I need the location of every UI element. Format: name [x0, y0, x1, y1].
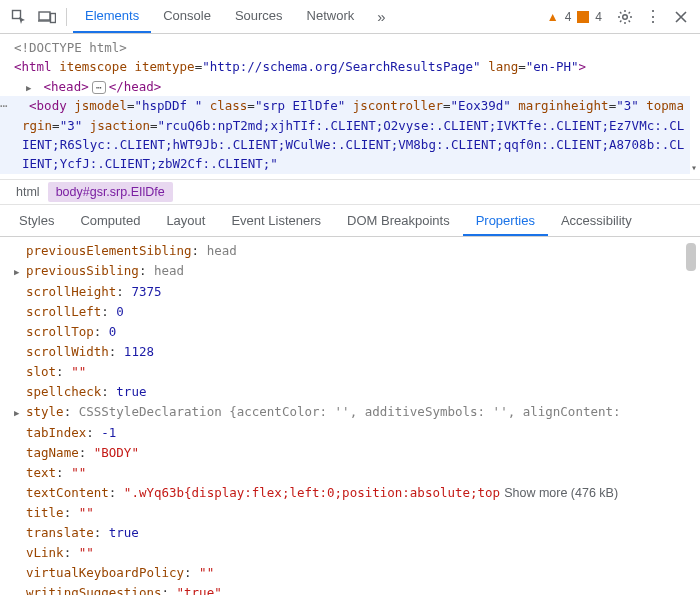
subtab-accessibility[interactable]: Accessibility [548, 205, 645, 236]
breadcrumb-body[interactable]: body#gsr.srp.EIlDfe [48, 182, 173, 202]
property-row[interactable]: virtualKeyboardPolicy: "" [14, 563, 688, 583]
dom-body-open[interactable]: ⋯ <body jsmodel="hspDDf " class="srp EIl… [0, 96, 690, 174]
main-tabs: Elements Console Sources Network [73, 0, 366, 33]
subtab-properties[interactable]: Properties [463, 205, 548, 236]
properties-panel[interactable]: previousElementSibling: headpreviousSibl… [0, 237, 700, 595]
breadcrumb-html[interactable]: html [8, 182, 48, 202]
expand-triangle-icon[interactable] [14, 402, 26, 423]
warning-triangle-icon: ▲ [547, 10, 559, 24]
property-row[interactable]: vLink: "" [14, 543, 688, 563]
property-row[interactable]: scrollWidth: 1128 [14, 342, 688, 362]
svg-rect-2 [51, 13, 56, 22]
property-row[interactable]: tagName: "BODY" [14, 443, 688, 463]
devtools-toolbar: Elements Console Sources Network » ▲ 4 4… [0, 0, 700, 34]
property-row[interactable]: text: "" [14, 463, 688, 483]
expand-triangle-icon[interactable] [12, 96, 22, 115]
props-scrollbar[interactable] [686, 243, 696, 589]
property-row[interactable]: tabIndex: -1 [14, 423, 688, 443]
warnings-indicator[interactable]: ▲ 4 4 [547, 10, 604, 24]
property-row[interactable]: style: CSSStyleDeclaration {accentColor:… [14, 402, 688, 423]
property-row[interactable]: scrollTop: 0 [14, 322, 688, 342]
svg-point-3 [623, 14, 628, 19]
ellipsis-badge-icon[interactable]: ⋯ [92, 81, 106, 94]
issues-count: 4 [595, 10, 602, 24]
tab-network[interactable]: Network [295, 0, 367, 33]
property-row[interactable]: slot: "" [14, 362, 688, 382]
tab-elements[interactable]: Elements [73, 0, 151, 33]
subtab-dom-breakpoints[interactable]: DOM Breakpoints [334, 205, 463, 236]
subtab-layout[interactable]: Layout [153, 205, 218, 236]
property-row[interactable]: writingSuggestions: "true" [14, 583, 688, 595]
issues-square-icon [577, 11, 589, 23]
property-row[interactable]: scrollLeft: 0 [14, 302, 688, 322]
inspect-icon[interactable] [6, 4, 32, 30]
device-toggle-icon[interactable] [34, 4, 60, 30]
more-tabs-icon[interactable]: » [368, 4, 394, 30]
settings-gear-icon[interactable] [612, 4, 638, 30]
divider [66, 8, 67, 26]
expand-triangle-icon[interactable] [26, 77, 36, 96]
property-row[interactable]: translate: true [14, 523, 688, 543]
subtab-computed[interactable]: Computed [67, 205, 153, 236]
warning-count: 4 [565, 10, 572, 24]
secondary-tabs: Styles Computed Layout Event Listeners D… [0, 205, 700, 237]
subtab-event-listeners[interactable]: Event Listeners [218, 205, 334, 236]
show-more-link[interactable]: Show more (476 kB) [504, 486, 618, 500]
property-row[interactable]: previousElementSibling: head [14, 241, 688, 261]
dom-html-open[interactable]: <html itemscope itemtype="http://schema.… [14, 57, 690, 76]
chevron-down-icon[interactable]: ▾ [691, 160, 697, 176]
dom-doctype[interactable]: <!DOCTYPE html> [14, 38, 690, 57]
property-row[interactable]: textContent: ".wYq63b{display:flex;left:… [14, 483, 688, 503]
dom-head-row[interactable]: <head>⋯</head> [14, 77, 690, 96]
subtab-styles[interactable]: Styles [6, 205, 67, 236]
property-row[interactable]: scrollHeight: 7375 [14, 282, 688, 302]
expand-triangle-icon[interactable] [14, 261, 26, 282]
menu-dots-icon[interactable]: ⋮ [640, 4, 666, 30]
dom-scrollbar[interactable]: ▾ [686, 40, 696, 173]
property-row[interactable]: spellcheck: true [14, 382, 688, 402]
property-row[interactable]: title: "" [14, 503, 688, 523]
tab-console[interactable]: Console [151, 0, 223, 33]
svg-rect-1 [39, 12, 50, 20]
close-icon[interactable] [668, 4, 694, 30]
tab-sources[interactable]: Sources [223, 0, 295, 33]
breadcrumb: html body#gsr.srp.EIlDfe [0, 179, 700, 205]
property-row[interactable]: previousSibling: head [14, 261, 688, 282]
dom-tree-panel[interactable]: <!DOCTYPE html> <html itemscope itemtype… [0, 34, 700, 179]
